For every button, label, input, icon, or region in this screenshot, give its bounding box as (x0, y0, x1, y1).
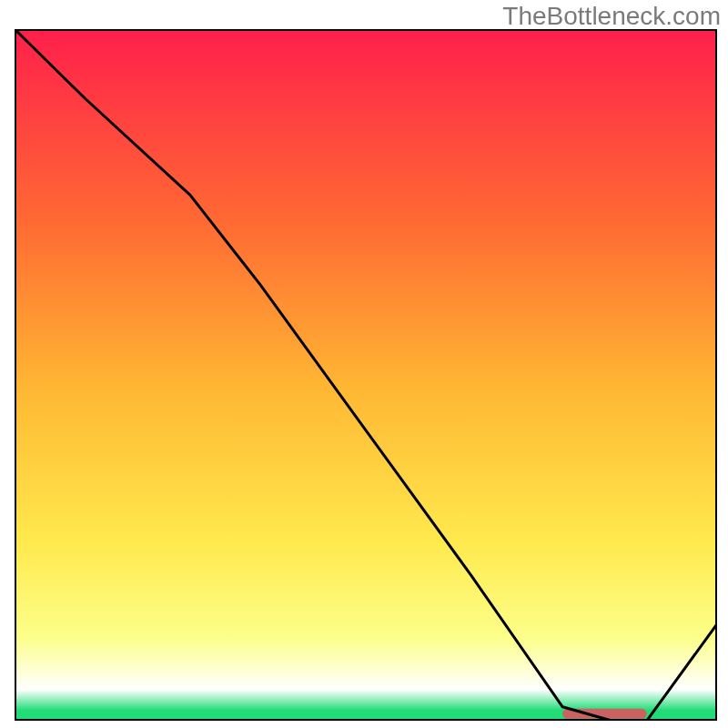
chart-canvas (15, 29, 717, 721)
watermark-text: TheBottleneck.com (502, 2, 721, 31)
chart-svg (15, 29, 717, 721)
svg-rect-0 (15, 29, 717, 721)
